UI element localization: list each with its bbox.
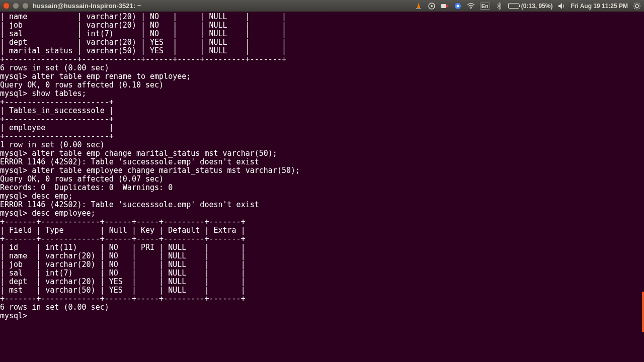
svg-point-5 — [446, 5, 448, 7]
svg-point-3 — [431, 5, 433, 7]
svg-point-7 — [456, 5, 459, 7]
chrome-icon[interactable] — [454, 2, 462, 10]
record-icon[interactable] — [441, 2, 449, 10]
battery-text: (0:13, 95%) — [521, 3, 553, 10]
svg-line-17 — [634, 8, 635, 9]
gear-icon[interactable] — [633, 2, 641, 10]
launcher-edge — [642, 292, 644, 332]
svg-line-15 — [634, 4, 635, 5]
window-title: hussain@hussain-Inspiron-3521: ~ — [33, 2, 141, 10]
minimize-button[interactable] — [13, 3, 19, 9]
svg-point-8 — [470, 8, 471, 9]
svg-line-16 — [639, 8, 640, 9]
titlebar: hussain@hussain-Inspiron-3521: ~ En (0:1… — [0, 0, 644, 12]
system-tray: En (0:13, 95%) Fri Aug 19 11:25 PM — [415, 2, 641, 10]
maximize-button[interactable] — [22, 3, 29, 9]
terminal-output[interactable]: | name | varchar(20) | NO | | NULL | | |… — [0, 12, 644, 362]
volume-icon[interactable] — [557, 2, 566, 10]
wifi-icon[interactable] — [467, 2, 475, 10]
svg-marker-0 — [417, 3, 420, 8]
svg-point-10 — [635, 5, 638, 8]
bluetooth-icon[interactable] — [495, 2, 503, 10]
svg-rect-4 — [441, 4, 446, 8]
svg-rect-1 — [416, 8, 421, 9]
svg-marker-9 — [558, 3, 562, 9]
close-button[interactable] — [3, 3, 10, 9]
svg-line-18 — [639, 4, 640, 5]
clock[interactable]: Fri Aug 19 11:25 PM — [571, 3, 628, 10]
keyboard-indicator[interactable]: En — [480, 3, 490, 10]
battery-indicator[interactable]: (0:13, 95%) — [508, 3, 553, 10]
vlc-icon[interactable] — [415, 2, 423, 10]
window-buttons — [3, 3, 29, 9]
app-indicator-icon[interactable] — [428, 2, 436, 10]
